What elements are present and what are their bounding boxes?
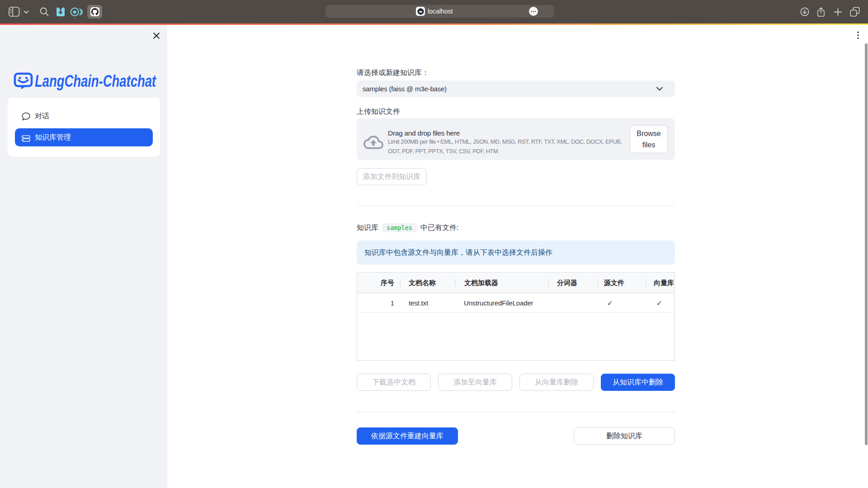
- app-logo-icon: [14, 72, 33, 90]
- tab-overview-icon[interactable]: [850, 7, 860, 17]
- cell-doc-name: test.txt: [409, 294, 428, 312]
- dropzone-limit-line1: Limit 200MB per file • EML, HTML, JSON, …: [388, 137, 622, 146]
- file-uploader-dropzone[interactable]: Drag and drop files here Limit 200MB per…: [357, 118, 675, 160]
- sidebar: LangChain-Chatchat 对话 知识库管理: [0, 25, 167, 488]
- downloads-icon[interactable]: [800, 7, 809, 16]
- add-to-vector-store-button[interactable]: 添加至向量库: [438, 374, 512, 391]
- cloud-upload-icon: [363, 134, 383, 150]
- browse-button-label-line1: Browse: [630, 128, 667, 139]
- kb-files-heading: 知识库samples中已有文件:: [357, 223, 675, 233]
- info-alert: 知识库中包含源文件与向量库，请从下表中选择文件后操作: [357, 240, 675, 265]
- app-logo-text: LangChain-Chatchat: [35, 71, 158, 92]
- star-extension-icon[interactable]: [70, 7, 83, 17]
- dropzone-limits: Limit 200MB per file • EML, HTML, JSON, …: [388, 137, 622, 156]
- table-row[interactable]: 1 test.txt UnstructuredFileLoader ✓ ✓: [357, 294, 675, 313]
- github-icon: [91, 8, 99, 15]
- column-separator: [646, 279, 646, 286]
- address-bar[interactable]: localhost: [326, 5, 554, 18]
- dropzone-limit-line2: ODT, PDF, PPT, PPTX, TSV, CSV, PDF, HTM: [388, 146, 622, 156]
- column-header[interactable]: 文档加载器: [464, 272, 498, 293]
- cell-doc-loader: UnstructuredFileLoader: [464, 294, 533, 312]
- sidebar-toggle-icon[interactable]: [9, 7, 20, 17]
- kb-select[interactable]: samples (faiss @ m3e-base): [357, 80, 675, 97]
- kb-heading-suffix: 中已有文件:: [420, 224, 458, 231]
- column-separator: [400, 279, 401, 286]
- kb-select-value: samples (faiss @ m3e-base): [363, 80, 447, 97]
- column-separator: [548, 279, 549, 286]
- kb-name-code: samples: [382, 223, 417, 232]
- cell-index: 1: [357, 294, 394, 312]
- downloads-extension-icon[interactable]: [56, 7, 65, 17]
- table-header-row: 序号 文档名称 文档加载器 分词器 源文件 向量库: [357, 272, 675, 293]
- kb-heading-prefix: 知识库: [357, 224, 378, 231]
- sidebar-menu: 对话 知识库管理: [8, 98, 160, 157]
- page-settings-button[interactable]: [529, 7, 538, 16]
- file-action-buttons: 下载选中文档 添加至向量库 从向量库删除 从知识库中删除: [357, 374, 675, 391]
- kb-select-label: 请选择或新建知识库：: [357, 68, 675, 77]
- scrollbar[interactable]: [865, 43, 868, 445]
- toolbar-separator: [21, 7, 22, 16]
- add-files-to-kb-button[interactable]: 添加文件到知识库: [357, 168, 427, 185]
- site-favicon: [416, 7, 425, 16]
- column-header[interactable]: 源文件: [604, 272, 624, 293]
- server-stack-icon: [22, 134, 30, 143]
- github-tab-button[interactable]: [87, 5, 102, 19]
- column-separator: [455, 279, 455, 286]
- browse-button-label-line2: files: [630, 139, 667, 150]
- screen: localhost: [0, 0, 868, 488]
- cell-vector-check: ✓: [656, 294, 662, 312]
- column-header[interactable]: 分词器: [557, 272, 577, 293]
- browse-files-button[interactable]: Browse files: [630, 125, 668, 153]
- rebuild-vector-store-button[interactable]: 依据源文件重建向量库: [357, 427, 458, 445]
- files-table: 序号 文档名称 文档加载器 分词器 源文件 向量库 1 test.txt Uns…: [357, 272, 675, 361]
- sidebar-item-kb-management[interactable]: 知识库管理: [15, 128, 153, 146]
- share-icon[interactable]: [816, 7, 826, 17]
- main-content: 请选择或新建知识库： samples (faiss @ m3e-base) 上传…: [357, 25, 675, 488]
- delete-from-vector-store-button[interactable]: 从向量库删除: [519, 374, 594, 391]
- svg-text:LangChain-Chatchat: LangChain-Chatchat: [35, 72, 156, 90]
- delete-from-kb-button[interactable]: 从知识库中删除: [601, 374, 675, 391]
- column-header[interactable]: 序号: [357, 272, 394, 293]
- divider: [357, 412, 675, 412]
- sidebar-item-chat[interactable]: 对话: [15, 107, 153, 125]
- select-chevron-down-icon: [656, 87, 663, 91]
- main-menu-icon[interactable]: [855, 30, 861, 41]
- column-header[interactable]: 文档名称: [409, 272, 436, 293]
- chat-bubble-icon: [22, 112, 30, 121]
- upload-label: 上传知识文件: [357, 107, 675, 116]
- chevron-down-icon[interactable]: [24, 10, 29, 14]
- column-header[interactable]: 向量库: [654, 272, 674, 293]
- app-logo: LangChain-Chatchat: [14, 71, 158, 90]
- sidebar-item-label: 知识库管理: [35, 128, 71, 146]
- sidebar-item-label: 对话: [35, 107, 49, 125]
- url-text: localhost: [428, 5, 453, 18]
- column-separator: [598, 279, 598, 286]
- cell-source-check: ✓: [607, 294, 613, 312]
- search-icon[interactable]: [40, 7, 49, 16]
- browser-toolbar: localhost: [0, 0, 868, 23]
- info-alert-text: 知识库中包含源文件与向量库，请从下表中选择文件后操作: [364, 240, 552, 265]
- new-tab-icon[interactable]: [834, 8, 842, 16]
- download-selected-button[interactable]: 下载选中文档: [357, 374, 431, 391]
- delete-kb-button[interactable]: 删除知识库: [574, 427, 675, 445]
- close-sidebar-icon[interactable]: [153, 32, 160, 39]
- divider: [357, 206, 675, 206]
